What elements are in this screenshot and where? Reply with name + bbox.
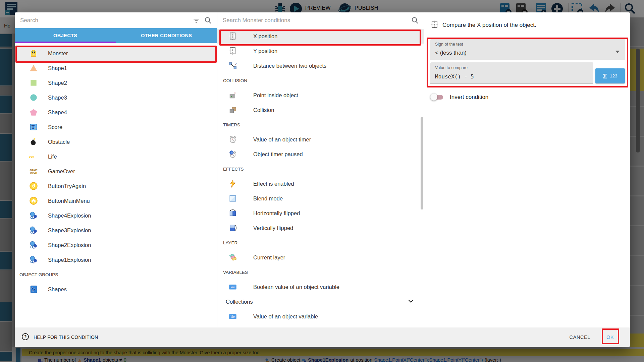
btn-home-icon xyxy=(29,196,38,205)
condition-title: Compare the X position of the object. xyxy=(442,22,536,28)
tab-objects[interactable]: OBJECTS xyxy=(15,28,116,43)
object-item-shape2explosion[interactable]: Shape2Explosion xyxy=(15,238,217,252)
condition-item-collision[interactable]: Collision xyxy=(217,103,424,117)
condition-item-label: Horizontally flipped xyxy=(253,210,300,217)
search-icon xyxy=(204,17,212,24)
object-item-shape1explosion[interactable]: Shape1Explosion xyxy=(15,252,217,267)
object-item-obstacle[interactable]: Obstacle xyxy=(15,134,217,149)
object-group-label: Shapes xyxy=(48,286,67,293)
sign-of-test-value: < (less than) xyxy=(435,50,467,56)
expression-builder-button[interactable]: Σ 123 xyxy=(595,68,625,83)
invert-condition-row: Invert condition xyxy=(430,92,488,102)
condition-item-current-layer[interactable]: Current layer xyxy=(217,250,424,265)
condition-item-value-of-an-object-timer[interactable]: Value of an object timer xyxy=(217,132,424,147)
object-item-buttontryagain[interactable]: ↺ButtonTryAgain xyxy=(15,179,217,193)
object-item-monster[interactable]: Monster xyxy=(15,46,217,61)
object-item-label: Shape2Explosion xyxy=(48,242,91,248)
conditions-column: X positionY position?Distance between tw… xyxy=(217,12,424,327)
gameover-icon: GAMEOVER xyxy=(29,167,38,176)
object-item-shape3[interactable]: Shape3 xyxy=(15,90,217,105)
svg-text:T: T xyxy=(32,124,35,130)
invert-condition-toggle[interactable] xyxy=(430,92,443,102)
help-question-icon: ? xyxy=(21,333,29,342)
chevron-down-icon xyxy=(407,297,415,306)
objects-list: MonsterShape1Shape2Shape3Shape4TxScoreOb… xyxy=(15,43,217,327)
explosion-icon xyxy=(29,211,38,220)
condition-item-distance-between-two-objects[interactable]: ?Distance between two objects xyxy=(217,58,424,73)
object-item-score[interactable]: TxScore xyxy=(15,120,217,134)
object-item-label: ButtonMainMenu xyxy=(48,198,90,204)
object-item-shape1[interactable]: Shape1 xyxy=(15,61,217,75)
condition-item-x-position[interactable]: X position xyxy=(217,29,424,44)
pentagon-icon xyxy=(29,108,38,117)
value-to-compare-label: Value to compare xyxy=(435,65,468,70)
object-item-life[interactable]: ♥♥♥Life xyxy=(15,149,217,164)
position-icon xyxy=(228,46,237,56)
condition-header: Compare the X position of the object. xyxy=(430,20,536,30)
value-to-compare-input[interactable]: Value to compare MouseX() - 5 xyxy=(430,62,593,83)
object-item-label: GameOver xyxy=(48,168,75,175)
condition-item-effect-is-enabled[interactable]: Effect is enabled xyxy=(217,176,424,191)
object-item-shape4explosion[interactable]: Shape4Explosion xyxy=(15,208,217,223)
invert-condition-label: Invert condition xyxy=(450,94,488,101)
condition-item-label: Object timer paused xyxy=(253,151,303,158)
condition-item-label: Current layer xyxy=(253,254,285,261)
object-group-shapes[interactable]: Shapes xyxy=(15,282,217,297)
object-item-shape3explosion[interactable]: Shape3Explosion xyxy=(15,223,217,238)
condition-item-vertically-flipped[interactable]: Vertically flipped xyxy=(217,221,424,235)
condition-group-collections[interactable]: Collections xyxy=(217,294,424,309)
object-item-label: ButtonTryAgain xyxy=(48,183,86,189)
distance-icon: ? xyxy=(228,61,237,70)
svg-text:↺: ↺ xyxy=(32,183,36,189)
svg-text:?: ? xyxy=(235,62,237,65)
var-icon: Var xyxy=(228,282,237,292)
help-for-condition-link[interactable]: ? HELP FOR THIS CONDITION xyxy=(21,333,98,342)
section-header-collision: COLLISION xyxy=(217,73,424,88)
object-item-label: Obstacle xyxy=(48,139,70,145)
object-item-shape4[interactable]: Shape4 xyxy=(15,105,217,120)
objects-search-input[interactable] xyxy=(20,17,188,24)
sign-of-test-select[interactable]: Sign of the test < (less than) xyxy=(430,39,625,60)
square-icon xyxy=(29,78,38,87)
bomb-icon xyxy=(29,137,38,146)
point-inside-icon xyxy=(228,90,237,100)
object-item-label: Shape4 xyxy=(48,109,67,116)
bolt-icon xyxy=(228,179,237,188)
tab-other-conditions[interactable]: OTHER CONDITIONS xyxy=(116,28,217,43)
condition-item-boolean-value-of-an-object-variable[interactable]: VarBoolean value of an object variable xyxy=(217,280,424,294)
object-item-label: Shape3 xyxy=(48,95,67,101)
value-to-compare-value: MouseX() - 5 xyxy=(435,73,474,80)
object-groups-header: OBJECT GROUPS xyxy=(15,267,217,282)
object-item-shape2[interactable]: Shape2 xyxy=(15,75,217,90)
hearts-icon: ♥♥♥ xyxy=(29,152,38,161)
section-header-timers: TIMERS xyxy=(217,117,424,132)
condition-item-label: Boolean value of an object variable xyxy=(253,284,339,290)
condition-item-object-timer-paused[interactable]: Object timer paused xyxy=(217,147,424,162)
conditions-search-row xyxy=(217,12,424,28)
object-item-buttonmainmenu[interactable]: ButtonMainMenu xyxy=(15,193,217,208)
cancel-button[interactable]: CANCEL xyxy=(570,335,590,340)
circle-icon xyxy=(29,93,38,102)
help-label: HELP FOR THIS CONDITION xyxy=(34,335,98,340)
object-item-label: Shape1Explosion xyxy=(48,257,91,263)
conditions-scrollbar[interactable] xyxy=(421,117,423,209)
object-item-gameover[interactable]: GAMEOVERGameOver xyxy=(15,164,217,179)
svg-text:Var: Var xyxy=(230,315,235,318)
x-position-icon xyxy=(430,20,439,30)
ok-button[interactable]: OK xyxy=(605,335,615,340)
condition-item-point-inside-object[interactable]: Point inside object xyxy=(217,88,424,103)
timer-paused-icon xyxy=(228,149,237,159)
section-header-layer: LAYER xyxy=(217,235,424,250)
condition-item-value-of-an-object-variable[interactable]: VarValue of an object variable xyxy=(217,309,424,324)
flip-v-icon xyxy=(228,223,237,233)
parameters-column: Compare the X position of the object. Si… xyxy=(424,12,630,327)
filter-icon[interactable] xyxy=(193,17,200,24)
timer-icon xyxy=(228,135,237,144)
conditions-search-input[interactable] xyxy=(223,17,407,24)
condition-item-horizontally-flipped[interactable]: Horizontally flipped xyxy=(217,206,424,221)
section-header-variables: VARIABLES xyxy=(217,265,424,280)
object-item-label: Shape3Explosion xyxy=(48,227,91,234)
shapes-group-icon xyxy=(29,285,38,294)
condition-item-y-position[interactable]: Y position xyxy=(217,44,424,58)
condition-item-blend-mode[interactable]: Blend mode xyxy=(217,191,424,206)
